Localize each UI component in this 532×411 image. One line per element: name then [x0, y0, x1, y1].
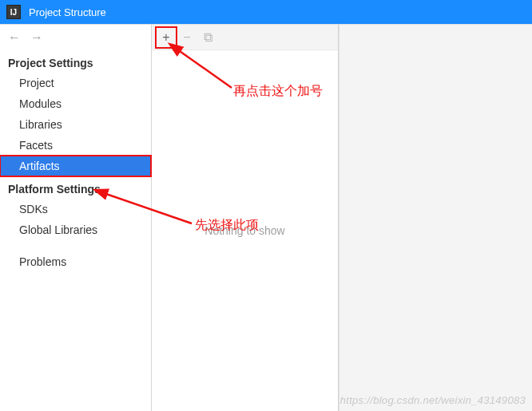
back-button[interactable]: ←	[5, 28, 24, 47]
sidebar-item-artifacts[interactable]: Artifacts	[0, 156, 151, 176]
sidebar-item-facets[interactable]: Facets	[0, 135, 151, 156]
empty-state: Nothing to show	[152, 50, 338, 411]
titlebar: IJ Project Structure	[0, 0, 532, 24]
watermark: https://blog.csdn.net/weixin_43149083	[340, 394, 526, 406]
sidebar: ← → Project Settings Project Modules Lib…	[0, 25, 152, 411]
add-button[interactable]: +	[157, 28, 176, 47]
nav-buttons: ← →	[0, 25, 151, 50]
copy-icon: ⧉	[204, 30, 212, 45]
copy-button[interactable]: ⧉	[198, 28, 217, 47]
body: ← → Project Settings Project Modules Lib…	[0, 24, 532, 411]
remove-button[interactable]: −	[177, 28, 197, 47]
sidebar-item-libraries[interactable]: Libraries	[0, 114, 151, 135]
forward-button[interactable]: →	[27, 28, 46, 47]
mid-panel: + − ⧉ Nothing to show	[152, 25, 339, 411]
sidebar-item-project[interactable]: Project	[0, 73, 151, 93]
window-title: Project Structure	[29, 6, 106, 18]
mid-toolbar: + − ⧉	[152, 25, 338, 50]
plus-icon: +	[162, 30, 169, 45]
section-header-platform-settings: Platform Settings	[0, 176, 151, 199]
sidebar-item-global-libraries[interactable]: Global Libraries	[0, 219, 151, 240]
right-panel	[339, 25, 532, 411]
app-icon: IJ	[6, 5, 21, 19]
empty-text: Nothing to show	[204, 224, 284, 237]
sidebar-item-sdks[interactable]: SDKs	[0, 199, 151, 219]
section-header-project-settings: Project Settings	[0, 50, 151, 73]
minus-icon: −	[183, 30, 190, 45]
sidebar-item-problems[interactable]: Problems	[0, 251, 151, 272]
sidebar-item-modules[interactable]: Modules	[0, 93, 151, 114]
